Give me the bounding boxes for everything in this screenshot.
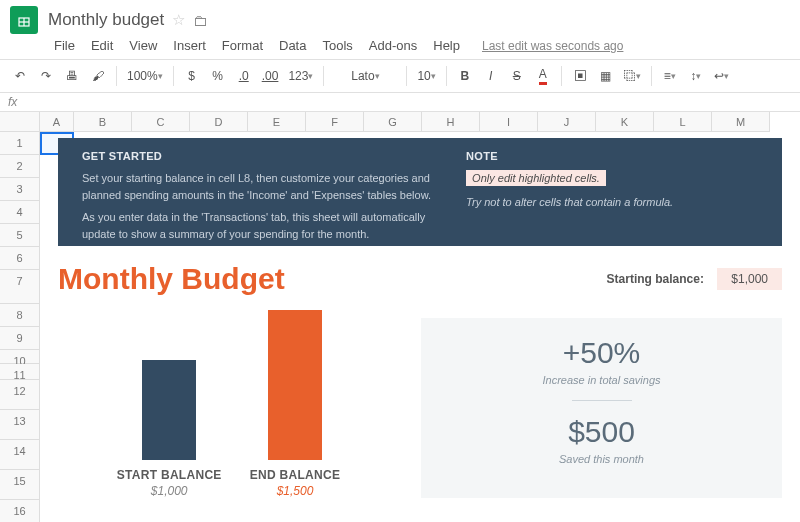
menu-data[interactable]: Data: [273, 36, 312, 55]
undo-icon[interactable]: ↶: [8, 64, 32, 88]
bar-start-value: $1,000: [151, 484, 188, 498]
merge-cells-icon[interactable]: ⿻: [620, 64, 645, 88]
row-header[interactable]: 13: [0, 410, 40, 440]
fx-label: fx: [8, 95, 17, 109]
menu-bar: File Edit View Insert Format Data Tools …: [0, 34, 800, 59]
last-edit-link[interactable]: Last edit was seconds ago: [482, 39, 623, 53]
folder-icon[interactable]: 🗀: [193, 12, 208, 29]
row-header[interactable]: 14: [0, 440, 40, 470]
sheets-logo[interactable]: [10, 6, 38, 34]
row-header[interactable]: 6: [0, 247, 40, 270]
number-format-select[interactable]: 123: [284, 64, 317, 88]
note-formula: Try not to alter cells that contain a fo…: [466, 194, 764, 211]
col-header[interactable]: A: [40, 112, 74, 132]
col-header[interactable]: H: [422, 112, 480, 132]
col-header[interactable]: I: [480, 112, 538, 132]
doc-title[interactable]: Monthly budget: [48, 10, 164, 30]
get-started-heading: GET STARTED: [82, 150, 446, 162]
col-header[interactable]: E: [248, 112, 306, 132]
text-wrap-icon[interactable]: ↩: [710, 64, 734, 88]
row-header[interactable]: 3: [0, 178, 40, 201]
menu-addons[interactable]: Add-ons: [363, 36, 423, 55]
stats-panel: +50% Increase in total savings $500 Save…: [421, 318, 782, 498]
col-header[interactable]: K: [596, 112, 654, 132]
increase-decimal-button[interactable]: .00: [258, 64, 283, 88]
decrease-decimal-button[interactable]: .0: [232, 64, 256, 88]
text-color-button[interactable]: A: [531, 64, 555, 88]
row-header[interactable]: 1: [0, 132, 40, 155]
v-align-icon[interactable]: ↕: [684, 64, 708, 88]
bar-start-label: START BALANCE: [117, 468, 222, 482]
row-header[interactable]: 4: [0, 201, 40, 224]
saved-amount: $500: [431, 415, 772, 449]
page-title: Monthly Budget: [58, 262, 285, 296]
font-size-select[interactable]: 10: [413, 64, 439, 88]
font-select[interactable]: Lato: [330, 64, 400, 88]
balance-chart: START BALANCE $1,000 END BALANCE $1,500: [58, 318, 399, 498]
toolbar: ↶ ↷ 🖶 🖌 100% $ % .0 .00 123 Lato 10 B I …: [0, 59, 800, 93]
row-header[interactable]: 11: [0, 364, 40, 380]
select-all-corner[interactable]: [0, 112, 40, 132]
get-started-text-1: Set your starting balance in cell L8, th…: [82, 170, 446, 203]
note-highlight: Only edit highlighted cells.: [466, 170, 606, 186]
starting-balance-value[interactable]: $1,000: [717, 268, 782, 290]
pct-increase: +50%: [431, 336, 772, 370]
zoom-select[interactable]: 100%: [123, 64, 167, 88]
col-header[interactable]: D: [190, 112, 248, 132]
row-header[interactable]: 15: [0, 470, 40, 500]
info-banner: GET STARTED Set your starting balance in…: [58, 138, 782, 246]
col-header[interactable]: B: [74, 112, 132, 132]
menu-help[interactable]: Help: [427, 36, 466, 55]
starting-balance-row: Starting balance: $1,000: [607, 272, 782, 286]
menu-format[interactable]: Format: [216, 36, 269, 55]
row-header[interactable]: 10: [0, 350, 40, 364]
formula-bar[interactable]: fx: [0, 93, 800, 112]
bar-start-balance: [142, 360, 196, 460]
row-header[interactable]: 12: [0, 380, 40, 410]
saved-sub: Saved this month: [431, 453, 772, 465]
pct-increase-sub: Increase in total savings: [431, 374, 772, 386]
divider: [572, 400, 632, 401]
row-header[interactable]: 2: [0, 155, 40, 178]
star-icon[interactable]: ☆: [172, 11, 185, 29]
bar-end-value: $1,500: [277, 484, 314, 498]
redo-icon[interactable]: ↷: [34, 64, 58, 88]
row-header[interactable]: 5: [0, 224, 40, 247]
bar-end-balance: [268, 310, 322, 460]
strikethrough-button[interactable]: S: [505, 64, 529, 88]
row-header[interactable]: 16: [0, 500, 40, 522]
borders-icon[interactable]: ▦: [594, 64, 618, 88]
italic-button[interactable]: I: [479, 64, 503, 88]
paint-format-icon[interactable]: 🖌: [86, 64, 110, 88]
menu-insert[interactable]: Insert: [167, 36, 212, 55]
col-header[interactable]: M: [712, 112, 770, 132]
starting-balance-label: Starting balance:: [607, 272, 704, 286]
col-header[interactable]: J: [538, 112, 596, 132]
menu-view[interactable]: View: [123, 36, 163, 55]
row-header[interactable]: 9: [0, 327, 40, 350]
col-header[interactable]: F: [306, 112, 364, 132]
bold-button[interactable]: B: [453, 64, 477, 88]
col-header[interactable]: L: [654, 112, 712, 132]
h-align-icon[interactable]: ≡: [658, 64, 682, 88]
currency-button[interactable]: $: [180, 64, 204, 88]
cell-grid[interactable]: GET STARTED Set your starting balance in…: [40, 132, 800, 522]
row-header[interactable]: 7: [0, 270, 40, 304]
bar-end-label: END BALANCE: [250, 468, 341, 482]
note-heading: NOTE: [466, 150, 764, 162]
row-header[interactable]: 8: [0, 304, 40, 327]
col-header[interactable]: G: [364, 112, 422, 132]
percent-button[interactable]: %: [206, 64, 230, 88]
menu-file[interactable]: File: [48, 36, 81, 55]
menu-tools[interactable]: Tools: [316, 36, 358, 55]
col-header[interactable]: C: [132, 112, 190, 132]
get-started-text-2: As you enter data in the 'Transactions' …: [82, 209, 446, 242]
print-icon[interactable]: 🖶: [60, 64, 84, 88]
menu-edit[interactable]: Edit: [85, 36, 119, 55]
fill-color-icon[interactable]: 🞕: [568, 64, 592, 88]
